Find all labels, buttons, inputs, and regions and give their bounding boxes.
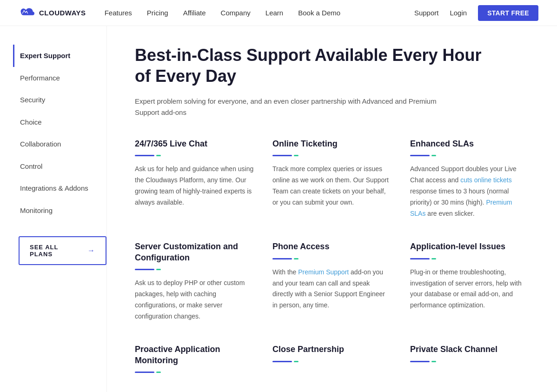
feature-divider-phone-access	[272, 258, 391, 259]
nav-links: Features Pricing Affiliate Company Learn…	[105, 9, 414, 17]
divider-green	[294, 361, 298, 362]
divider-blue	[135, 155, 154, 156]
feature-text-server-customization: Ask us to deploy PHP or other custom pac…	[135, 278, 254, 322]
feature-title-close-partnership: Close Partnership	[272, 344, 391, 355]
divider-blue	[410, 155, 430, 156]
feature-divider-application-level	[410, 258, 529, 259]
brand-name: CLOUDWAYS	[39, 9, 86, 17]
nav-link-learn[interactable]: Learn	[265, 9, 283, 17]
divider-green	[156, 372, 161, 373]
see-all-plans-label: SEE ALL PLANS	[30, 244, 83, 258]
feature-text-online-ticketing: Track more complex queries or issues onl…	[272, 164, 391, 208]
feature-card-server-customization: Server Customization and Configuration A…	[135, 241, 254, 322]
feature-title-phone-access: Phone Access	[272, 241, 391, 252]
feature-card-online-ticketing: Online Ticketing Track more complex quer…	[272, 139, 391, 219]
sidebar-item-control[interactable]: Control	[13, 155, 106, 178]
feature-title-enhanced-slas: Enhanced SLAs	[410, 139, 529, 149]
divider-blue	[135, 269, 154, 270]
divider-blue	[272, 258, 292, 259]
feature-divider-private-slack	[410, 361, 529, 362]
feature-card-phone-access: Phone Access With the Premium Support ad…	[272, 241, 391, 322]
divider-blue	[410, 258, 430, 259]
page-layout: Expert Support Performance Security Choi…	[0, 26, 557, 392]
page-title: Best-in-Class Support Available Every Ho…	[135, 45, 497, 86]
feature-card-close-partnership: Close Partnership	[272, 344, 391, 380]
divider-green	[431, 361, 436, 362]
divider-green	[294, 258, 298, 259]
nav-link-login[interactable]: Login	[450, 9, 467, 17]
feature-card-private-slack: Private Slack Channel	[410, 344, 529, 380]
divider-green	[156, 269, 161, 270]
divider-blue	[272, 155, 292, 156]
start-free-button[interactable]: START FREE	[478, 5, 538, 21]
feature-title-application-level: Application-level Issues	[410, 241, 529, 252]
navbar: CLOUDWAYS Features Pricing Affiliate Com…	[0, 0, 557, 26]
feature-title-live-chat: 24/7/365 Live Chat	[135, 139, 254, 149]
nav-link-book-demo[interactable]: Book a Demo	[298, 9, 340, 17]
features-grid: 24/7/365 Live Chat Ask us for help and g…	[135, 139, 529, 380]
nav-link-features[interactable]: Features	[105, 9, 132, 17]
cloudways-logo	[19, 7, 35, 19]
feature-divider-live-chat	[135, 155, 254, 156]
nav-link-affiliate[interactable]: Affiliate	[183, 9, 206, 17]
feature-text-phone-access: With the Premium Support add-on you and …	[272, 267, 391, 311]
feature-divider-proactive-monitoring	[135, 372, 254, 373]
feature-title-online-ticketing: Online Ticketing	[272, 139, 391, 149]
premium-support-link[interactable]: Premium Support	[298, 268, 349, 276]
page-subtitle: Expert problem solving for everyone, and…	[135, 96, 451, 118]
divider-green	[431, 155, 436, 156]
feature-text-application-level: Plug-in or theme troubleshooting, invest…	[410, 267, 529, 311]
premium-slas-link[interactable]: Premium SLAs	[410, 199, 512, 217]
sidebar-item-choice[interactable]: Choice	[13, 111, 106, 133]
sidebar-item-collaboration[interactable]: Collaboration	[13, 133, 106, 155]
nav-right: Support Login START FREE	[414, 5, 538, 21]
divider-green	[294, 155, 298, 156]
feature-divider-online-ticketing	[272, 155, 391, 156]
feature-divider-enhanced-slas	[410, 155, 529, 156]
nav-link-company[interactable]: Company	[221, 9, 251, 17]
feature-card-live-chat: 24/7/365 Live Chat Ask us for help and g…	[135, 139, 254, 219]
feature-card-enhanced-slas: Enhanced SLAs Advanced Support doubles y…	[410, 139, 529, 219]
sidebar-item-integrations-addons[interactable]: Integrations & Addons	[13, 177, 106, 199]
nav-link-support[interactable]: Support	[414, 9, 439, 17]
feature-divider-close-partnership	[272, 361, 391, 362]
feature-text-live-chat: Ask us for help and guidance when using …	[135, 164, 254, 208]
feature-text-enhanced-slas: Advanced Support doubles your Live Chat …	[410, 164, 529, 219]
sidebar-item-performance[interactable]: Performance	[13, 67, 106, 89]
feature-title-private-slack: Private Slack Channel	[410, 344, 529, 355]
divider-blue	[410, 361, 430, 362]
feature-divider-server-customization	[135, 269, 254, 270]
divider-green	[156, 155, 161, 156]
brand-logo-link[interactable]: CLOUDWAYS	[19, 7, 86, 19]
arrow-right-icon: →	[87, 246, 95, 255]
divider-blue	[135, 372, 154, 373]
sidebar-item-security[interactable]: Security	[13, 89, 106, 111]
sidebar-item-monitoring[interactable]: Monitoring	[13, 199, 106, 222]
feature-title-server-customization: Server Customization and Configuration	[135, 241, 254, 263]
see-all-plans-button[interactable]: SEE ALL PLANS →	[19, 236, 106, 265]
nav-link-pricing[interactable]: Pricing	[147, 9, 168, 17]
sidebar: Expert Support Performance Security Choi…	[0, 26, 107, 392]
sidebar-item-expert-support[interactable]: Expert Support	[13, 45, 106, 67]
feature-card-application-level: Application-level Issues Plug-in or them…	[410, 241, 529, 322]
cuts-online-tickets-link[interactable]: cuts online tickets	[460, 176, 512, 184]
feature-card-proactive-monitoring: Proactive Application Monitoring	[135, 344, 254, 380]
divider-green	[431, 258, 436, 259]
feature-title-proactive-monitoring: Proactive Application Monitoring	[135, 344, 254, 366]
main-content: Best-in-Class Support Available Every Ho…	[107, 26, 557, 392]
divider-blue	[272, 361, 292, 362]
